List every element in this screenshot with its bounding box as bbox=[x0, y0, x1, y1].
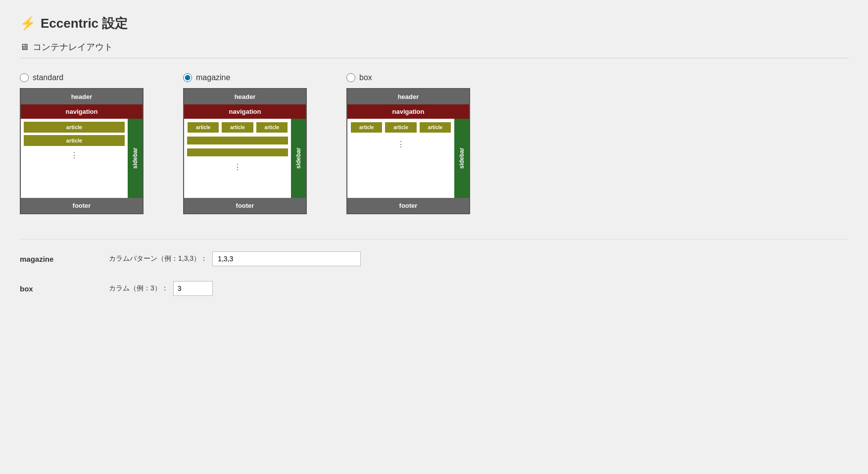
box-diag-footer: footer bbox=[347, 198, 469, 213]
magazine-field-group: カラムパターン（例：1,3,3）： bbox=[109, 251, 361, 266]
box-diag-nav: navigation bbox=[347, 104, 469, 119]
magazine-diag-content: article article article ⋮ bbox=[184, 119, 291, 198]
section-title: 🖥 コンテナレイアウト bbox=[20, 41, 848, 53]
standard-radio[interactable] bbox=[20, 73, 29, 82]
settings-section: magazine カラムパターン（例：1,3,3）： box カラム（例：3）： bbox=[20, 239, 848, 296]
box-dots: ⋮ bbox=[350, 137, 451, 195]
layout-options: standard header navigation article artic… bbox=[20, 73, 848, 214]
page-title: ⚡ Eccentric 設定 bbox=[20, 15, 848, 32]
standard-diagram: header navigation article article ⋮ side… bbox=[20, 88, 144, 214]
standard-article-1: article bbox=[24, 122, 125, 133]
magazine-article-3: article bbox=[256, 122, 288, 133]
layout-option-standard: standard header navigation article artic… bbox=[20, 73, 144, 214]
box-article-1: article bbox=[350, 122, 383, 133]
magazine-column-pattern-input[interactable] bbox=[212, 251, 361, 266]
box-radio[interactable] bbox=[346, 73, 355, 82]
standard-diag-footer: footer bbox=[21, 198, 143, 213]
standard-dots: ⋮ bbox=[24, 148, 125, 195]
standard-diag-body: article article ⋮ sidebar bbox=[21, 119, 143, 198]
layout-option-box: box header navigation article article ar… bbox=[346, 73, 470, 214]
box-article-3: article bbox=[419, 122, 451, 133]
magazine-sidebar: sidebar bbox=[291, 119, 306, 198]
magazine-field-label: カラムパターン（例：1,3,3）： bbox=[109, 254, 207, 263]
magazine-article-1: article bbox=[187, 122, 219, 133]
box-field-label: カラム（例：3）： bbox=[109, 284, 168, 293]
standard-diag-header: header bbox=[21, 89, 143, 104]
magazine-settings-row: magazine カラムパターン（例：1,3,3）： bbox=[20, 251, 848, 266]
magazine-diag-footer: footer bbox=[184, 198, 306, 213]
magazine-diag-header: header bbox=[184, 89, 306, 104]
box-articles-top: article article article bbox=[350, 122, 451, 133]
standard-radio-label[interactable]: standard bbox=[20, 73, 63, 82]
monitor-icon: 🖥 bbox=[20, 42, 29, 52]
magazine-diag-nav: navigation bbox=[184, 104, 306, 119]
standard-sidebar: sidebar bbox=[128, 119, 143, 198]
box-radio-label[interactable]: box bbox=[346, 73, 372, 82]
box-diagram: header navigation article article articl… bbox=[346, 88, 470, 214]
magazine-radio[interactable] bbox=[183, 73, 192, 82]
magazine-wide-row-1 bbox=[187, 137, 288, 144]
magazine-article-2: article bbox=[221, 122, 253, 133]
box-sidebar: sidebar bbox=[454, 119, 469, 198]
magazine-radio-label[interactable]: magazine bbox=[183, 73, 230, 82]
magazine-settings-label: magazine bbox=[20, 255, 109, 263]
box-article-2: article bbox=[385, 122, 417, 133]
standard-article-2: article bbox=[24, 135, 125, 146]
box-column-input[interactable] bbox=[173, 281, 213, 296]
magazine-dots: ⋮ bbox=[187, 160, 288, 195]
standard-diag-content: article article ⋮ bbox=[21, 119, 128, 198]
magazine-diag-body: article article article ⋮ sidebar bbox=[184, 119, 306, 198]
box-diag-header: header bbox=[347, 89, 469, 104]
box-diag-content: article article article ⋮ bbox=[347, 119, 454, 198]
standard-diag-nav: navigation bbox=[21, 104, 143, 119]
box-field-group: カラム（例：3）： bbox=[109, 281, 213, 296]
magazine-diagram: header navigation article article articl… bbox=[183, 88, 307, 214]
bolt-icon: ⚡ bbox=[20, 16, 36, 31]
magazine-wide-row-2 bbox=[187, 148, 288, 156]
section-divider bbox=[20, 58, 848, 58]
box-diag-body: article article article ⋮ sidebar bbox=[347, 119, 469, 198]
layout-option-magazine: magazine header navigation article artic… bbox=[183, 73, 307, 214]
box-settings-row: box カラム（例：3）： bbox=[20, 281, 848, 296]
box-settings-label: box bbox=[20, 284, 109, 293]
magazine-articles-top: article article article bbox=[187, 122, 288, 133]
